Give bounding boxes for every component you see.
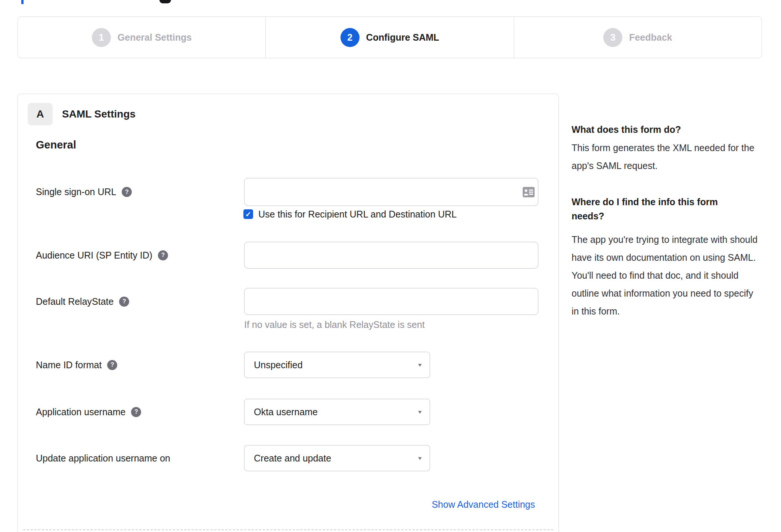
help-answer-2: The app you're trying to integrate with …: [572, 231, 760, 320]
update-username-select[interactable]: Create and update ▾: [244, 445, 430, 471]
help-icon-relaystate[interactable]: ?: [119, 297, 129, 307]
help-icon-app-username[interactable]: ?: [131, 407, 141, 417]
section-badge-a: A: [28, 103, 53, 125]
relaystate-hint: If no value is set, a blank RelayState i…: [244, 319, 425, 330]
app-username-label-text: Application username: [36, 407, 125, 417]
app-username-select[interactable]: Okta username ▾: [244, 399, 430, 425]
nameid-format-value: Unspecified: [254, 360, 410, 370]
audience-uri-label: Audience URI (SP Entity ID) ?: [36, 242, 168, 269]
help-icon-sso[interactable]: ?: [122, 187, 132, 197]
contact-card-icon: [523, 187, 535, 197]
saml-settings-card: A SAML Settings General Single sign-on U…: [18, 94, 559, 532]
recipient-url-checkbox[interactable]: ✓: [243, 209, 253, 219]
cutoff-text-descender: [159, 0, 171, 3]
chevron-down-icon: ▾: [418, 455, 422, 461]
step-label: General Settings: [118, 32, 192, 43]
step-feedback[interactable]: 3 Feedback: [514, 17, 762, 58]
help-icon-audience[interactable]: ?: [158, 250, 168, 260]
step-general-settings[interactable]: 1 General Settings: [18, 17, 265, 58]
nameid-format-label-text: Name ID format: [36, 360, 102, 370]
help-question-2: Where do I find the info this form needs…: [572, 195, 751, 223]
checkbox-check-icon: ✓: [245, 210, 251, 219]
step-number-badge: 2: [340, 28, 360, 47]
app-username-label: Application username ?: [36, 399, 141, 425]
recipient-url-checkbox-label: Use this for Recipient URL and Destinati…: [258, 209, 457, 219]
app-username-value: Okta username: [254, 407, 410, 417]
help-answer-1: This form generates the XML needed for t…: [572, 139, 760, 175]
step-number-badge: 3: [603, 28, 622, 47]
show-advanced-settings-link[interactable]: Show Advanced Settings: [432, 499, 535, 510]
help-icon-nameid[interactable]: ?: [107, 360, 117, 370]
relaystate-input[interactable]: [244, 288, 538, 315]
group-heading-general: General: [36, 139, 76, 151]
chevron-down-icon: ▾: [418, 409, 422, 415]
chevron-down-icon: ▾: [418, 362, 422, 368]
step-label: Feedback: [629, 32, 672, 43]
sso-url-label: Single sign-on URL ?: [36, 178, 132, 206]
update-username-label-text: Update application username on: [36, 453, 170, 464]
audience-uri-input[interactable]: [244, 242, 538, 269]
section-divider-dashed: [23, 529, 553, 530]
sso-url-label-text: Single sign-on URL: [36, 187, 116, 197]
update-username-label: Update application username on: [36, 445, 170, 471]
update-username-value: Create and update: [254, 453, 410, 464]
help-question-1: What does this form do?: [572, 122, 760, 137]
relaystate-label: Default RelayState ?: [36, 288, 129, 315]
relaystate-label-text: Default RelayState: [36, 296, 113, 307]
section-title: SAML Settings: [62, 103, 136, 125]
sso-url-input[interactable]: [244, 178, 538, 206]
step-label: Configure SAML: [366, 32, 439, 43]
wizard-stepper: 1 General Settings 2 Configure SAML 3 Fe…: [18, 16, 762, 58]
audience-uri-label-text: Audience URI (SP Entity ID): [36, 250, 152, 261]
step-number-badge: 1: [92, 28, 111, 47]
nameid-format-label: Name ID format ?: [36, 352, 117, 378]
nameid-format-select[interactable]: Unspecified ▾: [244, 352, 430, 378]
cutoff-blue-mark: [21, 0, 24, 4]
step-configure-saml[interactable]: 2 Configure SAML: [265, 17, 513, 58]
